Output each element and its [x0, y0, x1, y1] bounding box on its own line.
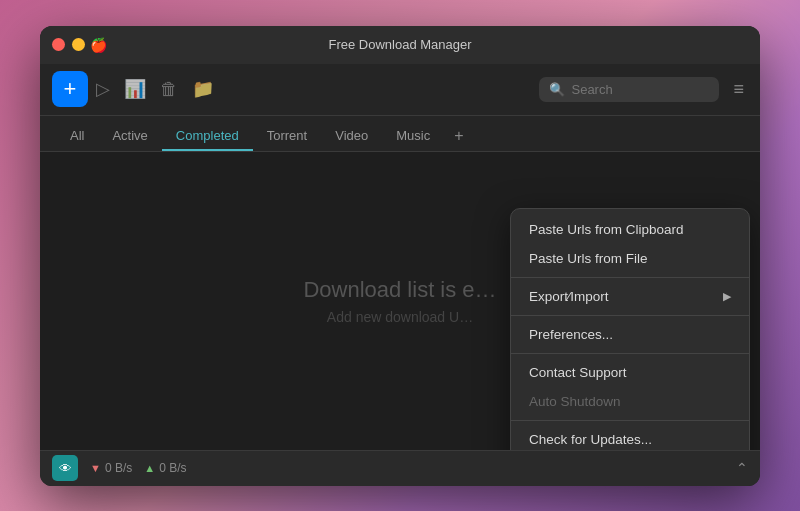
statusbar: 👁 ▼ 0 B/s ▲ 0 B/s ⌃ [40, 450, 760, 486]
download-speed: ▼ 0 B/s [90, 461, 132, 475]
menu-separator-3 [511, 353, 749, 354]
delete-icon[interactable]: 🗑 [160, 79, 178, 100]
menu-check-updates[interactable]: Check for Updates... [511, 425, 749, 450]
tabs-bar: All Active Completed Torrent Video Music… [40, 116, 760, 152]
chevron-up-icon[interactable]: ⌃ [736, 460, 748, 476]
menu-separator-4 [511, 420, 749, 421]
empty-state: Download list is e… Add new download U… [303, 277, 496, 325]
graph-icon[interactable]: 📊 [124, 78, 146, 100]
menu-separator-2 [511, 315, 749, 316]
upload-speed: ▲ 0 B/s [144, 461, 186, 475]
empty-subtitle: Add new download U… [303, 309, 496, 325]
close-button[interactable] [52, 38, 65, 51]
menu-paste-urls-file[interactable]: Paste Urls from File [511, 244, 749, 273]
toolbar-right: 🔍 ≡ [539, 75, 748, 104]
download-speed-value: 0 B/s [105, 461, 132, 475]
menu-separator-1 [511, 277, 749, 278]
menu-auto-shutdown: Auto Shutdown [511, 387, 749, 416]
search-input[interactable] [571, 82, 709, 97]
dropdown-menu: Paste Urls from Clipboard Paste Urls fro… [510, 208, 750, 450]
search-icon: 🔍 [549, 82, 565, 97]
titlebar: 🍎 Free Download Manager [40, 26, 760, 64]
upload-speed-value: 0 B/s [159, 461, 186, 475]
tab-completed[interactable]: Completed [162, 122, 253, 151]
plus-icon: + [64, 76, 77, 102]
menu-contact-support[interactable]: Contact Support [511, 358, 749, 387]
up-arrow-icon: ▲ [144, 462, 155, 474]
submenu-chevron-icon: ▶ [723, 290, 731, 303]
tab-torrent[interactable]: Torrent [253, 122, 321, 151]
tab-video[interactable]: Video [321, 122, 382, 151]
resume-icon[interactable]: ▷ [96, 78, 110, 100]
menu-paste-urls-clipboard[interactable]: Paste Urls from Clipboard [511, 215, 749, 244]
add-tab-button[interactable]: + [444, 121, 473, 151]
add-button[interactable]: + [52, 71, 88, 107]
toolbar: + ▷ 📊 🗑 📁 🔍 ≡ [40, 64, 760, 116]
menu-export-import[interactable]: Export⁄Import ▶ [511, 282, 749, 311]
status-icon[interactable]: 👁 [52, 455, 78, 481]
tab-active[interactable]: Active [98, 122, 161, 151]
down-arrow-icon: ▼ [90, 462, 101, 474]
apple-icon: 🍎 [90, 37, 107, 53]
window-title: Free Download Manager [328, 37, 471, 52]
tab-all[interactable]: All [56, 122, 98, 151]
toolbar-icons: ▷ 📊 🗑 📁 [96, 78, 531, 100]
folder-icon[interactable]: 📁 [192, 78, 214, 100]
minimize-button[interactable] [72, 38, 85, 51]
menu-preferences[interactable]: Preferences... [511, 320, 749, 349]
main-content: Download list is e… Add new download U… … [40, 152, 760, 450]
app-window: 🍎 Free Download Manager + ▷ 📊 🗑 📁 🔍 ≡ Al… [40, 26, 760, 486]
empty-title: Download list is e… [303, 277, 496, 303]
menu-export-import-label: Export⁄Import [529, 289, 609, 304]
tab-music[interactable]: Music [382, 122, 444, 151]
search-box[interactable]: 🔍 [539, 77, 719, 102]
hamburger-menu-icon[interactable]: ≡ [729, 75, 748, 104]
